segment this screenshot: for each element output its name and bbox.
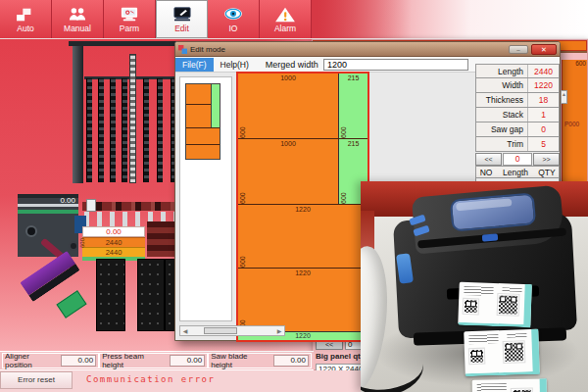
stack-side-dim: 600 [79,238,85,248]
io-button[interactable]: IO [208,0,260,38]
machine-chain [157,78,163,182]
scroll-right-arrow[interactable]: ▶ [274,327,284,334]
stack-position-value: 0.00 [82,226,145,237]
param-label: Length [476,65,527,77]
main-toolbar: Auto Manual Parm Edit IO Alarm [0,0,588,39]
aligner-position-label: Aligner position [5,352,61,369]
next-button[interactable]: >> [533,153,560,166]
stack-panel-1: 2440 [82,237,145,247]
manual-button[interactable]: Manual [52,0,104,38]
panel-cell[interactable]: 1220 600 [238,269,368,331]
dialog-title: Edit mode [190,45,506,54]
clamp-marker [86,199,96,212]
scroll-left-arrow[interactable]: ◀ [180,327,190,334]
error-reset-button[interactable]: Error reset [0,371,73,389]
offcut-height-dim: 600 [340,74,347,138]
big-panel-qty-label: Big panel qty [316,351,365,363]
offcut-cell[interactable]: 215 600 [338,74,368,138]
layout-row[interactable]: 1220 600 [238,269,368,331]
edit-button[interactable]: Edit [156,0,208,38]
param-row[interactable]: Trim 5 [475,137,560,152]
edit-label: Edit [174,24,189,33]
param-label: Stack [476,108,527,122]
parm-button[interactable]: Parm [104,0,156,38]
horizontal-scrollbar[interactable]: ◀ ▶ [179,325,285,336]
param-value[interactable]: 2440 [527,65,559,77]
cutting-layout-view[interactable]: 1000 600 215 600 1000 600 215 600 [236,72,369,342]
param-value[interactable]: 1 [527,108,559,122]
layout-row[interactable]: 1220 600 [238,205,368,269]
panel-cell[interactable]: 1000 600 [238,139,338,204]
machine-chain [122,78,127,182]
param-row[interactable]: Thickness 18 [475,93,560,108]
label-text-lines [468,334,498,344]
header-qty: QTY [535,167,559,177]
merged-width-input[interactable] [323,59,468,71]
status-bar: Aligner position 0.00 Press beam height … [0,351,314,370]
io-label: IO [229,24,238,33]
header-length: Length [496,167,535,177]
alarm-warning-icon [272,6,298,24]
layout-row[interactable]: 1000 600 215 600 [238,139,368,205]
press-beam-height-label: Press beam height [102,352,170,369]
panel-width-dim: 1000 [238,140,338,147]
page-number: 0 [503,153,532,166]
panel-name: P000 [564,121,579,127]
param-row[interactable]: Saw gap 0 [475,122,560,137]
qr-code [469,349,485,365]
panel-cell[interactable]: 1000 600 [238,74,338,138]
communication-error-message: Communication error [86,374,215,384]
alarm-label: Alarm [274,24,296,33]
auto-button[interactable]: Auto [0,0,52,38]
printer-logo [482,233,499,241]
minimize-button[interactable]: – [509,45,528,54]
conveyor-column [96,259,125,331]
aligner-position-value: 0.00 [61,355,96,367]
layout-thumbnail-panel[interactable] [179,76,232,321]
qr-code [512,389,532,392]
right-panel-section: 600 P000 [563,60,587,197]
param-value[interactable]: 0 [527,122,559,136]
manual-people-icon [65,6,90,24]
panel-width-dim: 1220 [238,270,368,276]
menu-help[interactable]: Help(H) [214,58,256,72]
param-value[interactable]: 5 [527,137,559,151]
conveyor-column [137,259,165,331]
status-field: Aligner position 0.00 [2,353,99,368]
thumb-divider [186,127,220,128]
table-scrollbar[interactable]: ▲ [561,90,567,104]
robot-arm-tip [56,290,86,318]
panel-dim: 600 [575,60,586,67]
dialog-icon [178,45,187,54]
auto-label: Auto [17,24,34,33]
menu-file[interactable]: File(F) [175,58,214,72]
close-button[interactable]: ✕ [531,44,557,55]
prev-button[interactable]: << [475,153,502,166]
status-field: Press beam height 0.00 [99,353,208,368]
panel-height-dim: 600 [239,139,246,204]
param-label: Thickness [476,93,527,107]
machine-tall-chain [129,54,136,183]
parm-monitor-gear-icon [117,6,142,24]
edit-monitor-pen-icon [170,6,195,24]
panel-height-dim: 600 [239,269,246,331]
scrollbar-thumb[interactable] [204,327,237,334]
panel-height-dim: 600 [239,74,246,138]
parameter-table: Length 2440 Width 1220 Thickness 18 Stac… [475,64,560,192]
label-text-lines [477,383,507,392]
param-row[interactable]: Width 1220 [475,78,560,93]
param-row[interactable]: Stack 1 [475,108,560,122]
param-value[interactable]: 18 [527,93,559,107]
param-value[interactable]: 1220 [527,78,559,92]
machine-vertical-post [73,46,83,183]
manual-label: Manual [64,24,91,33]
param-label: Trim [476,137,527,151]
dialog-titlebar[interactable]: Edit mode – ✕ [175,42,560,57]
panel-cell[interactable]: 1220 600 [238,205,368,268]
param-row[interactable]: Length 2440 [475,64,560,78]
alarm-button[interactable]: Alarm [260,0,312,38]
printed-label [472,378,548,392]
layout-row[interactable]: 1000 600 215 600 [238,74,368,139]
layout-thumbnail[interactable] [185,83,220,160]
label-text-lines [507,333,526,338]
